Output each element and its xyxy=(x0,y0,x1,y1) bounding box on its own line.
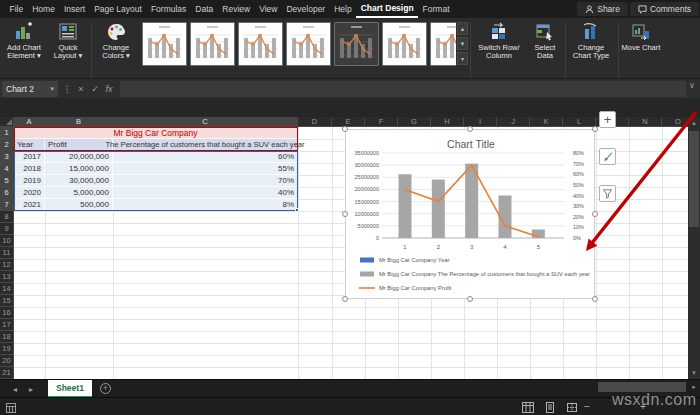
chart-resize-handle[interactable] xyxy=(342,126,348,132)
row-header-5[interactable]: 5 xyxy=(0,175,14,187)
chart-style-thumbnail-6[interactable] xyxy=(382,22,427,66)
zoom-out-button[interactable]: − xyxy=(584,401,590,412)
menu-tab-review[interactable]: Review xyxy=(218,0,255,18)
chart-resize-handle[interactable] xyxy=(592,126,598,132)
chart-elements-button[interactable]: + xyxy=(599,111,616,128)
chart-style-thumbnail-3[interactable] xyxy=(238,22,283,66)
menu-tab-developer[interactable]: Developer xyxy=(282,0,330,18)
row-header-9[interactable]: 9 xyxy=(0,223,14,235)
vertical-scrollbar[interactable]: ▲ ▼ xyxy=(688,117,700,379)
chart-resize-handle[interactable] xyxy=(342,296,348,302)
row-header-11[interactable]: 11 xyxy=(0,247,14,259)
move-chart-button[interactable]: Move Chart xyxy=(621,21,661,52)
chart-resize-handle[interactable] xyxy=(342,211,348,217)
new-sheet-button[interactable]: + xyxy=(100,383,111,394)
column-header-N[interactable]: N xyxy=(629,117,662,127)
fill-handle[interactable] xyxy=(295,208,299,212)
column-header-E[interactable]: E xyxy=(332,117,365,127)
row-header-14[interactable]: 14 xyxy=(0,283,14,295)
column-header-G[interactable]: G xyxy=(398,117,431,127)
change-chart-type-button[interactable]: Change Chart Type xyxy=(568,21,614,60)
next-sheet-icon[interactable]: ▸ xyxy=(24,380,38,398)
change-colors-button[interactable]: Change Colors ▾ xyxy=(94,21,138,60)
select-data-button[interactable]: Select Data xyxy=(528,21,562,60)
row-header-20[interactable]: 20 xyxy=(0,355,14,367)
column-header-F[interactable]: F xyxy=(365,117,398,127)
select-all-corner[interactable] xyxy=(0,117,14,127)
menu-tab-data[interactable]: Data xyxy=(191,0,218,18)
row-header-12[interactable]: 12 xyxy=(0,259,14,271)
switch-row-column-button[interactable]: Switch Row/ Column xyxy=(472,21,526,60)
name-box-caret-icon: ▾ xyxy=(50,85,54,93)
row-header-2[interactable]: 2 xyxy=(0,139,14,151)
gallery-scroll-up-button[interactable]: ▲ xyxy=(457,22,468,35)
add-chart-element-button[interactable]: Add Chart Element ▾ xyxy=(2,21,46,60)
chart-style-thumbnail-2[interactable] xyxy=(190,22,235,66)
menu-tab-page-layout[interactable]: Page Layout xyxy=(90,0,147,18)
column-header-C[interactable]: C xyxy=(113,117,298,127)
row-header-6[interactable]: 6 xyxy=(0,187,14,199)
gallery-scroll-down-button[interactable]: ▼ xyxy=(457,37,468,50)
share-button[interactable]: Share xyxy=(577,2,628,16)
chart-style-thumbnail-4[interactable] xyxy=(286,22,331,66)
scroll-down-icon[interactable]: ▼ xyxy=(688,367,700,379)
gridline-h xyxy=(14,307,688,308)
row-header-15[interactable]: 15 xyxy=(0,295,14,307)
vertical-scroll-thumb[interactable] xyxy=(689,131,699,227)
column-header-K[interactable]: K xyxy=(530,117,563,127)
comments-button[interactable]: Comments xyxy=(630,2,699,16)
insert-function-icon[interactable]: fx xyxy=(102,81,116,97)
chart-style-thumbnail-5[interactable] xyxy=(334,22,379,66)
chart-resize-handle[interactable] xyxy=(592,296,598,302)
quick-layout-button[interactable]: Quick Layout ▾ xyxy=(47,21,89,60)
chart-resize-handle[interactable] xyxy=(467,296,473,302)
chart-styles-button[interactable] xyxy=(599,148,616,165)
formula-input[interactable] xyxy=(120,81,686,97)
chart-filters-button[interactable] xyxy=(599,185,616,202)
row-header-18[interactable]: 18 xyxy=(0,331,14,343)
column-header-A[interactable]: A xyxy=(14,117,45,127)
gallery-more-button[interactable]: ▾ xyxy=(457,52,468,65)
row-header-8[interactable]: 8 xyxy=(0,211,14,223)
row-header-1[interactable]: 1 xyxy=(0,127,14,139)
sheet-tab-sheet1[interactable]: Sheet1 xyxy=(48,380,92,398)
chart-resize-handle[interactable] xyxy=(592,211,598,217)
menu-tab-formulas[interactable]: Formulas xyxy=(146,0,190,18)
column-header-L[interactable]: L xyxy=(563,117,596,127)
column-header-J[interactable]: J xyxy=(497,117,530,127)
enter-icon[interactable]: ✓ xyxy=(88,81,102,97)
column-header-D[interactable]: D xyxy=(298,117,332,127)
cancel-icon[interactable]: × xyxy=(74,81,88,97)
chart-style-thumbnail-1[interactable] xyxy=(142,22,187,66)
expand-formula-bar-icon[interactable]: ∨ xyxy=(689,81,695,90)
page-layout-view-button[interactable] xyxy=(542,401,558,413)
row-header-7[interactable]: 7 xyxy=(0,199,14,211)
row-header-4[interactable]: 4 xyxy=(0,163,14,175)
prev-sheet-icon[interactable]: ◂ xyxy=(8,380,22,398)
menu-tab-insert[interactable]: Insert xyxy=(59,0,89,18)
row-header-19[interactable]: 19 xyxy=(0,343,14,355)
menu-tab-help[interactable]: Help xyxy=(330,0,356,18)
menu-tab-file[interactable]: File xyxy=(5,0,28,18)
svg-text:Mr Bigg Car Company Profit: Mr Bigg Car Company Profit xyxy=(379,285,452,291)
menu-tab-home[interactable]: Home xyxy=(28,0,60,18)
row-header-16[interactable]: 16 xyxy=(0,307,14,319)
embedded-chart[interactable]: Chart Title35000000300000002500000020000… xyxy=(345,129,595,299)
accessibility-status-icon[interactable] xyxy=(3,402,19,414)
chart-resize-handle[interactable] xyxy=(467,126,473,132)
chart-style-thumbnail-7[interactable] xyxy=(430,22,456,66)
menu-tab-format[interactable]: Format xyxy=(418,0,454,18)
column-header-B[interactable]: B xyxy=(45,117,113,127)
name-box[interactable]: Chart 2 ▾ xyxy=(2,81,58,97)
page-break-view-button[interactable] xyxy=(564,401,580,413)
row-header-21[interactable]: 21 xyxy=(0,367,14,379)
row-header-3[interactable]: 3 xyxy=(0,151,14,163)
menu-tab-chart-design[interactable]: Chart Design xyxy=(356,0,418,18)
menu-tab-view[interactable]: View xyxy=(255,0,282,18)
row-header-13[interactable]: 13 xyxy=(0,271,14,283)
normal-view-button[interactable] xyxy=(520,401,536,413)
row-header-17[interactable]: 17 xyxy=(0,319,14,331)
scroll-up-icon[interactable]: ▲ xyxy=(688,117,700,129)
column-header-H[interactable]: H xyxy=(431,117,464,127)
row-header-10[interactable]: 10 xyxy=(0,235,14,247)
